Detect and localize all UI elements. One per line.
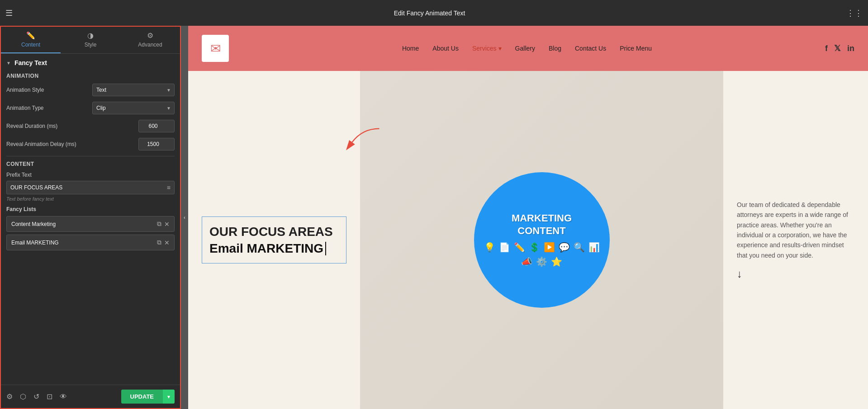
animation-type-row: Animation Type Clip — [6, 102, 175, 114]
nav-contact[interactable]: Contact Us — [575, 45, 606, 52]
linkedin-icon[interactable]: in — [847, 44, 854, 53]
pencil-icon: ✏️ — [514, 242, 525, 253]
hero-section: OUR FOCUS AREAS Email MARKETING — [188, 71, 868, 409]
marketing-label-line2: CONTENT — [517, 226, 565, 236]
animation-group-label: Animation — [6, 73, 175, 79]
nav-about[interactable]: About Us — [432, 45, 459, 52]
nav-services[interactable]: Services ▾ — [472, 45, 502, 52]
hero-center: MARKETING CONTENT 💡 📄 ✏️ 💲 ▶️ 💬 🔍 📊 📣 — [360, 71, 723, 409]
nav-price-menu[interactable]: Price Menu — [620, 45, 652, 52]
dollar-icon: 💲 — [529, 242, 540, 253]
tab-style[interactable]: ◑ Style — [61, 27, 120, 53]
marketing-circle-inner: MARKETING CONTENT 💡 📄 ✏️ 💲 ▶️ 💬 🔍 📊 📣 — [474, 204, 610, 276]
lightbulb-icon: 💡 — [484, 242, 495, 253]
chart-icon: 📊 — [588, 242, 600, 253]
hero-description: Our team of dedicated & dependable attor… — [737, 200, 854, 260]
facebook-icon[interactable]: f — [825, 44, 828, 53]
hero-text-box: OUR FOCUS AREAS Email MARKETING — [202, 216, 346, 263]
chat-icon: 💬 — [559, 242, 570, 253]
reveal-duration-label: Reveal Duration (ms) — [6, 123, 135, 129]
animation-style-select[interactable]: Text — [92, 84, 175, 96]
hero-left: OUR FOCUS AREAS Email MARKETING — [188, 71, 360, 409]
animation-style-label: Animation Style — [6, 87, 89, 93]
nav-gallery[interactable]: Gallery — [515, 45, 535, 52]
site-header: ✉ Home About Us Services ▾ Gallery Blog … — [188, 26, 868, 71]
fancy-text-section-header[interactable]: ▼ Fancy Text — [6, 59, 175, 66]
fancy-item-1-duplicate-button[interactable]: ⧉ — [157, 220, 161, 228]
fancy-item-1-delete-button[interactable]: ✕ — [164, 220, 170, 228]
star-icon: ⭐ — [551, 256, 562, 267]
style-tab-icon: ◑ — [87, 31, 94, 40]
prefix-helper-text: Text before fancy text — [6, 196, 175, 202]
main-layout: ✏️ Content ◑ Style ⚙ Advanced ▼ Fancy Te… — [0, 26, 868, 409]
fancy-lists-label: Fancy Lists — [6, 206, 175, 212]
animation-type-label: Animation Type — [6, 105, 89, 111]
left-panel: ✏️ Content ◑ Style ⚙ Advanced ▼ Fancy Te… — [0, 26, 181, 409]
reveal-delay-row: Reveal Animation Delay (ms) 1500 — [6, 138, 175, 150]
content-group-label: Content — [6, 161, 175, 167]
content-tab-icon: ✏️ — [26, 31, 35, 40]
responsive-icon[interactable]: ⊡ — [47, 392, 52, 401]
animation-style-row: Animation Style Text — [6, 84, 175, 96]
layers-icon[interactable]: ⬡ — [20, 392, 26, 401]
text-align-icon[interactable]: ≡ — [163, 184, 174, 191]
animation-type-select-wrapper: Clip — [92, 102, 175, 114]
logo-icon: ✉ — [210, 41, 221, 56]
grid-icon[interactable]: ⋮⋮ — [846, 8, 863, 18]
reveal-duration-input[interactable]: 600 — [138, 120, 175, 132]
prefix-text-input[interactable] — [7, 181, 163, 194]
update-button[interactable]: UPDATE — [121, 390, 163, 404]
animation-type-select[interactable]: Clip — [92, 102, 175, 114]
panel-content: ▼ Fancy Text Animation Animation Style T… — [1, 54, 180, 385]
reveal-delay-input[interactable]: 1500 — [138, 138, 175, 150]
right-canvas: ✉ Home About Us Services ▾ Gallery Blog … — [188, 26, 868, 409]
fancy-list-item-2: Email MARKETING ⧉ ✕ — [6, 235, 175, 250]
hero-fancy-text-content: Email MARKETING — [209, 241, 323, 256]
services-dropdown-icon: ▾ — [498, 45, 502, 52]
panel-toggle[interactable]: ‹ — [181, 26, 188, 409]
fancy-item-2-delete-button[interactable]: ✕ — [164, 239, 170, 246]
down-arrow-icon: ↓ — [737, 268, 854, 280]
nav-home[interactable]: Home — [402, 45, 419, 52]
settings-icon[interactable]: ⚙ — [6, 392, 13, 401]
section-title: Fancy Text — [14, 59, 47, 66]
fancy-item-2-duplicate-button[interactable]: ⧉ — [157, 239, 161, 246]
twitter-icon[interactable]: 𝕏 — [834, 43, 841, 53]
divider-1 — [6, 156, 175, 156]
hero-prefix-text: OUR FOCUS AREAS — [209, 224, 339, 240]
site-nav: Home About Us Services ▾ Gallery Blog Co… — [238, 45, 816, 52]
preview-icon[interactable]: 👁 — [60, 393, 67, 401]
gear2-icon: ⚙️ — [536, 256, 547, 267]
update-dropdown-button[interactable]: ▾ — [163, 390, 175, 404]
social-icons: f 𝕏 in — [825, 43, 854, 53]
animation-style-select-wrapper: Text — [92, 84, 175, 96]
bottom-toolbar: ⚙ ⬡ ↺ ⊡ 👁 UPDATE ▾ — [1, 385, 180, 408]
tab-style-label: Style — [85, 42, 97, 48]
megaphone-icon: 📣 — [521, 256, 532, 267]
search-icon: 🔍 — [574, 242, 585, 253]
marketing-label-line1: MARKETING — [512, 213, 572, 224]
bottom-toolbar-right: UPDATE ▾ — [121, 390, 175, 404]
bottom-toolbar-left: ⚙ ⬡ ↺ ⊡ 👁 — [6, 392, 67, 401]
reveal-duration-row: Reveal Duration (ms) 600 — [6, 120, 175, 132]
tab-advanced[interactable]: ⚙ Advanced — [120, 27, 180, 53]
tab-content[interactable]: ✏️ Content — [1, 27, 61, 53]
prefix-text-row: ≡ — [6, 181, 175, 194]
fancy-item-2-text: Email MARKETING — [11, 240, 153, 246]
tab-advanced-label: Advanced — [138, 42, 162, 48]
tab-content-label: Content — [21, 42, 40, 48]
hero-fancy-text: Email MARKETING — [209, 241, 339, 256]
nav-blog[interactable]: Blog — [549, 45, 561, 52]
site-logo: ✉ — [202, 35, 229, 62]
fancy-item-1-text: Content Marketing — [11, 221, 153, 227]
fancy-item-2-actions: ⧉ ✕ — [157, 239, 170, 246]
circle-decorative-icons: 💡 📄 ✏️ 💲 ▶️ 💬 🔍 📊 📣 ⚙️ ⭐ — [483, 242, 601, 267]
history-icon[interactable]: ↺ — [33, 392, 39, 401]
page-title: Edit Fancy Animated Text — [18, 9, 841, 17]
fancy-item-1-actions: ⧉ ✕ — [157, 220, 170, 228]
fancy-list-item-1: Content Marketing ⧉ ✕ — [6, 216, 175, 232]
document-icon: 📄 — [499, 242, 510, 253]
hamburger-icon[interactable]: ☰ — [5, 8, 13, 18]
prefix-text-label: Prefix Text — [6, 172, 175, 178]
top-bar: ☰ Edit Fancy Animated Text ⋮⋮ — [0, 0, 868, 26]
